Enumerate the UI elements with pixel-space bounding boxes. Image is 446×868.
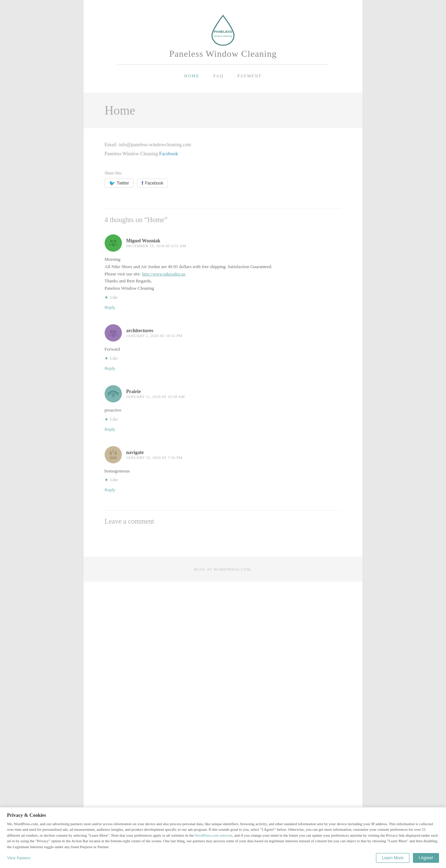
email-address: info@paneless-windowcleaning.com	[119, 142, 191, 147]
comment-1-author: Miguel Wozniak	[126, 238, 186, 244]
star-icon-1: ★	[105, 295, 108, 300]
facebook-icon: f	[141, 180, 143, 186]
comment-4-author: navigate	[126, 450, 182, 455]
comment-4-meta: navigate JANUARY 23, 2020 AT 7:56 PM	[126, 450, 182, 460]
svg-point-8	[105, 324, 122, 342]
svg-text:window cleaning: window cleaning	[214, 34, 232, 38]
site-divider	[117, 64, 329, 65]
site-footer: BLOG AT WORDPRESS.COM.	[84, 557, 362, 582]
svg-point-16	[105, 446, 122, 463]
comment-1: Miguel Wozniak DECEMBER 19, 2018 AT 6:55…	[105, 234, 341, 314]
site-nav: HOME FAQ PAYMENT	[91, 70, 355, 86]
comment-1-avatar	[105, 234, 122, 252]
comment-3-header: Prairie JANUARY 11, 2020 AT 10:58 AM	[105, 385, 341, 402]
twitter-icon: 🐦	[109, 180, 115, 186]
comment-4-header: navigate JANUARY 23, 2020 AT 7:56 PM	[105, 446, 341, 463]
privacy-banner: Privacy & Cookies We, WordPress.com, and…	[0, 807, 446, 868]
nav-home[interactable]: HOME	[184, 73, 199, 79]
comment-2-author: architectures	[126, 328, 182, 334]
contact-section: Email: info@paneless-windowcleaning.com …	[105, 139, 341, 164]
wordpress-network-link[interactable]: WordPress.com network	[195, 833, 232, 837]
comment-3-avatar	[105, 385, 122, 402]
svg-rect-19	[110, 456, 117, 459]
twitter-share-button[interactable]: 🐦 Twitter	[105, 179, 133, 188]
site-header: PANELESS window cleaning Paneless Window…	[84, 0, 362, 93]
comment-4-reply[interactable]: Reply	[105, 487, 115, 493]
comment-4-date: JANUARY 23, 2020 AT 7:56 PM	[126, 455, 182, 460]
comments-section: 4 thoughts on “Home”	[105, 209, 341, 496]
page-wrapper: PANELESS window cleaning Paneless Window…	[84, 0, 362, 868]
comment-1-reply[interactable]: Reply	[105, 305, 115, 310]
leave-comment-section: Leave a comment	[105, 510, 341, 525]
svg-point-9	[110, 330, 113, 334]
comment-3-like: ★ Like	[105, 417, 341, 422]
site-title: Paneless Window Cleaning	[91, 49, 355, 59]
nav-faq[interactable]: FAQ	[213, 73, 223, 79]
privacy-title: Privacy & Cookies	[7, 813, 439, 818]
comment-1-date: DECEMBER 19, 2018 AT 6:55 AM	[126, 244, 186, 248]
comment-1-meta: Miguel Wozniak DECEMBER 19, 2018 AT 6:55…	[126, 238, 186, 248]
share-section: Share this: 🐦 Twitter f Facebook	[105, 171, 341, 188]
svg-point-5	[112, 243, 115, 247]
svg-point-3	[110, 240, 113, 243]
comment-3-date: JANUARY 11, 2020 AT 10:58 AM	[126, 394, 185, 399]
comment-2-avatar	[105, 324, 122, 342]
learn-more-button[interactable]: Learn More	[376, 853, 409, 863]
comment-2-meta: architectures JANUARY 2, 2020 AT 10:35 P…	[126, 328, 182, 338]
comment-3-author: Prairie	[126, 389, 185, 394]
svg-point-13	[116, 334, 118, 337]
privacy-banner-footer: View Partners Learn More I Agree!	[7, 853, 439, 863]
footer-text: BLOG AT WORDPRESS.COM.	[91, 567, 355, 571]
share-buttons: 🐦 Twitter f Facebook	[105, 179, 341, 188]
comment-2-header: architectures JANUARY 2, 2020 AT 10:35 P…	[105, 324, 341, 342]
agree-button[interactable]: I Agree!	[413, 853, 439, 863]
svg-text:PANELESS: PANELESS	[214, 30, 232, 33]
comment-2-date: JANUARY 2, 2020 AT 10:35 PM	[126, 334, 182, 338]
svg-point-11	[111, 333, 115, 337]
svg-point-4	[114, 240, 116, 243]
view-partners-link[interactable]: View Partners	[7, 855, 31, 861]
facebook-link[interactable]: Facebook	[159, 151, 178, 156]
nike-link[interactable]: http://www.nikesales.us	[142, 271, 185, 276]
comment-2-reply[interactable]: Reply	[105, 366, 115, 371]
comment-4-avatar	[105, 446, 122, 463]
star-icon-3: ★	[105, 417, 108, 422]
comment-1-header: Miguel Wozniak DECEMBER 19, 2018 AT 6:55…	[105, 234, 341, 252]
contact-facebook: Paneless Window Cleaning Facebook	[105, 151, 341, 157]
comment-2-body: Forward	[105, 346, 341, 353]
comment-3-reply[interactable]: Reply	[105, 427, 115, 432]
privacy-body: We, WordPress.com, and our advertising p…	[7, 821, 439, 850]
comment-3-meta: Prairie JANUARY 11, 2020 AT 10:58 AM	[126, 389, 185, 399]
comment-3-body: proactive	[105, 407, 341, 414]
site-logo: PANELESS window cleaning	[207, 14, 239, 45]
comment-2: architectures JANUARY 2, 2020 AT 10:35 P…	[105, 324, 341, 375]
contact-email: Email: info@paneless-windowcleaning.com	[105, 142, 341, 148]
leave-comment-title: Leave a comment	[105, 517, 341, 525]
page-title-section: Home	[84, 93, 362, 128]
svg-point-10	[113, 330, 117, 334]
facebook-share-button[interactable]: f Facebook	[137, 179, 168, 188]
comment-2-like: ★ Like	[105, 356, 341, 361]
comments-title: 4 thoughts on “Home”	[105, 216, 341, 224]
comment-4-body: homogeneous	[105, 468, 341, 475]
comment-4: navigate JANUARY 23, 2020 AT 7:56 PM hom…	[105, 446, 341, 496]
privacy-buttons: Learn More I Agree!	[376, 853, 439, 863]
comment-4-like: ★ Like	[105, 477, 341, 483]
share-label: Share this:	[105, 171, 341, 176]
svg-point-15	[112, 394, 115, 397]
comment-1-like: ★ Like	[105, 295, 341, 300]
comment-3: Prairie JANUARY 11, 2020 AT 10:58 AM pro…	[105, 385, 341, 436]
star-icon-2: ★	[105, 356, 108, 361]
comment-1-body: Morning All Nike Shoes and Air Jordan ar…	[105, 256, 341, 292]
svg-point-12	[108, 334, 111, 337]
svg-point-7	[116, 244, 118, 246]
star-icon-4: ★	[105, 477, 108, 483]
page-title: Home	[105, 103, 341, 118]
nav-payment[interactable]: PAYMENT	[237, 73, 262, 79]
content-area: Email: info@paneless-windowcleaning.com …	[84, 128, 362, 543]
svg-point-6	[109, 244, 111, 246]
